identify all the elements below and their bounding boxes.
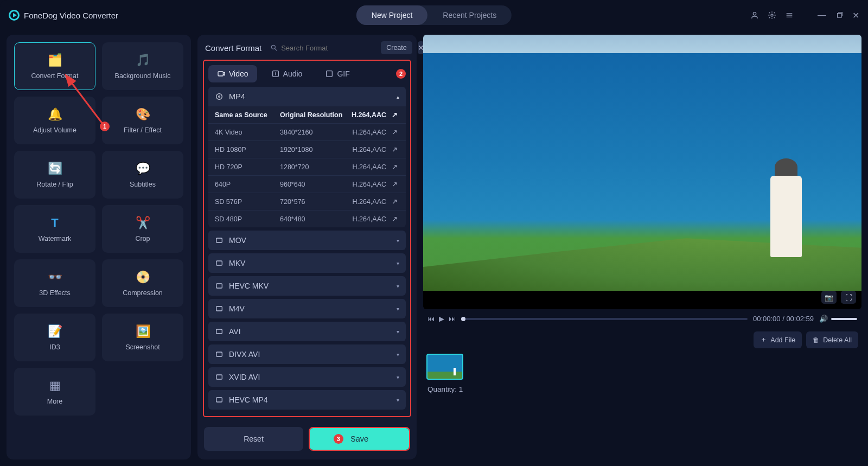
svg-point-10 bbox=[219, 96, 220, 98]
external-icon[interactable]: ↗ bbox=[390, 128, 399, 136]
preset-row[interactable]: Same as SourceOriginal ResolutionH.264,A… bbox=[208, 106, 406, 123]
svg-rect-6 bbox=[218, 72, 223, 76]
tab-audio[interactable]: Audio bbox=[263, 65, 311, 82]
external-icon[interactable]: ↗ bbox=[390, 215, 399, 223]
volume-slider[interactable] bbox=[831, 318, 857, 320]
search-input[interactable] bbox=[281, 44, 372, 52]
chevron-down-icon: ▾ bbox=[397, 397, 399, 403]
video-preview[interactable]: 📷 ⛶ bbox=[423, 35, 861, 309]
delete-all-button[interactable]: 🗑Delete All bbox=[806, 331, 858, 348]
tab-gif[interactable]: GIF bbox=[316, 65, 358, 82]
tab-new-project[interactable]: New Project bbox=[356, 5, 427, 25]
format-collapsed[interactable]: HEVC MKV▾ bbox=[208, 276, 406, 296]
preset-row[interactable]: 4K Video3840*2160H.264,AAC↗ bbox=[208, 123, 406, 141]
preset-list: Same as SourceOriginal ResolutionH.264,A… bbox=[208, 106, 406, 227]
volume-icon[interactable]: 🔊 bbox=[819, 315, 828, 323]
external-icon[interactable]: ↗ bbox=[390, 197, 399, 206]
screenshot-icon: 🖼️ bbox=[133, 324, 152, 339]
window-restore-icon[interactable] bbox=[835, 11, 844, 20]
play-icon[interactable]: ▶ bbox=[439, 315, 444, 323]
gear-icon[interactable] bbox=[768, 11, 776, 20]
menu-icon[interactable] bbox=[785, 11, 794, 20]
svg-rect-16 bbox=[216, 352, 222, 356]
plus-icon: ＋ bbox=[760, 335, 767, 344]
add-file-button[interactable]: ＋Add File bbox=[754, 331, 802, 348]
tool-screenshot[interactable]: 🖼️ Screenshot bbox=[102, 314, 183, 361]
svg-rect-17 bbox=[216, 375, 222, 379]
chevron-down-icon: ▾ bbox=[397, 374, 399, 380]
tool-adjust-volume[interactable]: 🔔 Adjust Volume bbox=[14, 97, 95, 144]
trash-icon: 🗑 bbox=[813, 336, 820, 344]
annotation-step-3: 3 bbox=[334, 434, 343, 444]
panel-title: Convert Format bbox=[205, 43, 261, 53]
format-expanded-mp4[interactable]: MP4 ▴ bbox=[208, 87, 406, 106]
preset-row[interactable]: HD 1080P1920*1080H.264,AAC↗ bbox=[208, 141, 406, 158]
tool-compression[interactable]: 📀 Compression bbox=[102, 259, 183, 307]
preset-row[interactable]: SD 576P720*576H.264,AAC↗ bbox=[208, 193, 406, 210]
annotation-red-box: Video Audio GIF 2 MP4 bbox=[203, 60, 411, 417]
window-close-icon[interactable]: ✕ bbox=[852, 10, 859, 21]
tool-rotate-flip[interactable]: 🔄 Rotate / Flip bbox=[14, 151, 95, 199]
convert-format-icon: 🗂️ bbox=[46, 53, 64, 68]
format-collapsed[interactable]: HEVC MP4▾ bbox=[208, 390, 406, 410]
format-icon bbox=[215, 327, 224, 336]
svg-rect-11 bbox=[216, 238, 222, 242]
preset-row[interactable]: 640P960*640H.264,AAC↗ bbox=[208, 175, 406, 193]
format-collapsed[interactable]: AVI▾ bbox=[208, 322, 406, 341]
svg-line-5 bbox=[275, 49, 277, 51]
tool-crop[interactable]: ✂️ Crop bbox=[102, 205, 183, 253]
format-icon bbox=[215, 92, 224, 101]
app-logo-icon bbox=[9, 10, 20, 21]
tool-subtitles[interactable]: 💬 Subtitles bbox=[102, 151, 183, 199]
tool-background-music[interactable]: 🎵 Background Music bbox=[102, 42, 183, 90]
search-format[interactable] bbox=[267, 42, 375, 54]
svg-point-0 bbox=[753, 12, 756, 15]
prev-icon[interactable]: ⏮ bbox=[427, 315, 435, 323]
svg-point-1 bbox=[771, 14, 773, 16]
audio-icon bbox=[271, 69, 280, 78]
preset-row[interactable]: HD 720P1280*720H.264,AAC↗ bbox=[208, 158, 406, 175]
format-collapsed[interactable]: XVID AVI▾ bbox=[208, 367, 406, 387]
window-minimize-icon[interactable]: — bbox=[818, 10, 826, 20]
tab-video[interactable]: Video bbox=[208, 65, 257, 82]
tool-3d-effects[interactable]: 👓 3D Effects bbox=[14, 259, 95, 307]
external-icon[interactable]: ↗ bbox=[390, 163, 399, 171]
account-icon[interactable] bbox=[750, 11, 759, 20]
convert-format-panel: Convert Format Create ✕ Video Audio bbox=[197, 35, 417, 459]
fullscreen-icon[interactable]: ⛶ bbox=[841, 291, 856, 304]
tool-convert-format[interactable]: 🗂️ Convert Format bbox=[14, 42, 95, 90]
watermark-icon: T bbox=[46, 215, 64, 231]
tool-filter-effect[interactable]: 🎨 Filter / Effect bbox=[102, 97, 183, 144]
svg-rect-13 bbox=[216, 284, 222, 288]
svg-rect-14 bbox=[216, 307, 222, 311]
project-tabs: New Project Recent Projects bbox=[356, 5, 512, 25]
external-icon[interactable]: ↗ bbox=[390, 180, 399, 188]
next-icon[interactable]: ⏭ bbox=[449, 315, 456, 323]
tool-sidebar: 🗂️ Convert Format 🎵 Background Music 🔔 A… bbox=[7, 35, 191, 459]
thumbnail-item[interactable] bbox=[426, 354, 463, 380]
snapshot-icon[interactable]: 📷 bbox=[821, 291, 837, 304]
quantity-display: Quantity: 1 bbox=[423, 380, 861, 393]
format-collapsed[interactable]: M4V▾ bbox=[208, 299, 406, 318]
chevron-down-icon: ▾ bbox=[397, 306, 399, 312]
create-button[interactable]: Create bbox=[381, 41, 412, 54]
external-icon[interactable]: ↗ bbox=[390, 111, 399, 119]
app-brand: FoneDog Video Converter bbox=[9, 10, 118, 21]
preset-row[interactable]: SD 480P640*480H.264,AAC↗ bbox=[208, 210, 406, 227]
save-button[interactable]: Save bbox=[310, 428, 409, 450]
svg-point-9 bbox=[216, 94, 222, 100]
format-collapsed[interactable]: DIVX AVI▾ bbox=[208, 344, 406, 364]
tab-recent-projects[interactable]: Recent Projects bbox=[427, 5, 512, 25]
format-collapsed[interactable]: MOV▾ bbox=[208, 231, 406, 250]
tool-id3[interactable]: 📝 ID3 bbox=[14, 314, 95, 361]
preview-panel: 📷 ⛶ ⏮ ▶ ⏭ 00:00:00 / 00:02:59 🔊 bbox=[423, 35, 861, 459]
chevron-down-icon: ▾ bbox=[397, 260, 399, 266]
format-collapsed[interactable]: MKV▾ bbox=[208, 253, 406, 273]
search-icon bbox=[270, 44, 278, 52]
seek-bar[interactable] bbox=[461, 318, 748, 320]
external-icon[interactable]: ↗ bbox=[390, 145, 399, 154]
tool-watermark[interactable]: T Watermark bbox=[14, 205, 95, 253]
reset-button[interactable]: Reset bbox=[204, 427, 303, 451]
subtitles-icon: 💬 bbox=[133, 161, 152, 176]
tool-more[interactable]: ▦ More bbox=[14, 368, 95, 416]
